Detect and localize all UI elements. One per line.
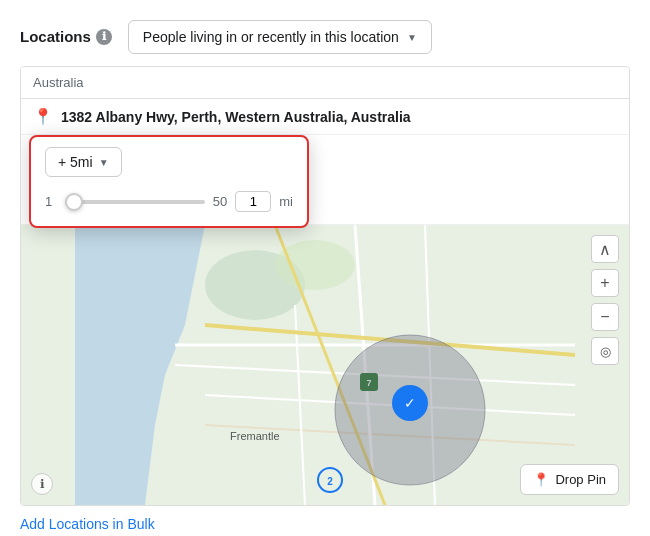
radius-input[interactable] [235, 191, 271, 212]
radius-arrow-icon: ▼ [99, 157, 109, 168]
dropdown-arrow-icon: ▼ [407, 32, 417, 43]
map-svg: 7 Fremantle 2 ✓ [21, 225, 629, 505]
svg-point-3 [275, 240, 355, 290]
map-info-icon[interactable]: ℹ [31, 473, 53, 495]
location-button[interactable]: ◎ [591, 337, 619, 365]
popup-container: + 5mi ▼ 1 50 mi 📍 Inc [21, 135, 629, 225]
map-controls: ∧ + − ◎ [591, 235, 619, 365]
slider-max-label: 50 [213, 194, 227, 209]
svg-text:✓: ✓ [404, 395, 416, 411]
location-pin-icon: 📍 [33, 107, 53, 126]
map-wrapper: Australia 📍 1382 Albany Hwy, Perth, West… [20, 66, 630, 506]
radius-slider[interactable] [65, 200, 205, 204]
locations-title: Locations [20, 28, 91, 45]
location-item-1: 📍 1382 Albany Hwy, Perth, Western Austra… [21, 99, 629, 135]
radius-label: + 5mi [58, 154, 93, 170]
radius-popup: + 5mi ▼ 1 50 mi [29, 135, 309, 228]
location-address: 1382 Albany Hwy, Perth, Western Australi… [61, 109, 411, 125]
map-area[interactable]: 7 Fremantle 2 ✓ ∧ + − ◎ 📍 [21, 225, 629, 505]
dropdown-label: People living in or recently in this loc… [143, 29, 399, 45]
radius-unit: mi [279, 194, 293, 209]
drop-pin-icon: 📍 [533, 472, 549, 487]
zoom-out-button[interactable]: − [591, 303, 619, 331]
svg-text:Fremantle: Fremantle [230, 430, 280, 442]
info-icon[interactable]: ℹ [96, 29, 112, 45]
drop-pin-button[interactable]: 📍 Drop Pin [520, 464, 619, 495]
add-locations-link[interactable]: Add Locations in Bulk [20, 516, 155, 532]
collapse-button[interactable]: ∧ [591, 235, 619, 263]
map-region-label: Australia [21, 67, 629, 99]
location-type-dropdown[interactable]: People living in or recently in this loc… [128, 20, 432, 54]
drop-pin-label: Drop Pin [555, 472, 606, 487]
slider-min-label: 1 [45, 194, 57, 209]
zoom-in-button[interactable]: + [591, 269, 619, 297]
radius-dropdown-button[interactable]: + 5mi ▼ [45, 147, 122, 177]
radius-slider-row: 1 50 mi [45, 191, 293, 212]
svg-text:2: 2 [327, 476, 333, 487]
